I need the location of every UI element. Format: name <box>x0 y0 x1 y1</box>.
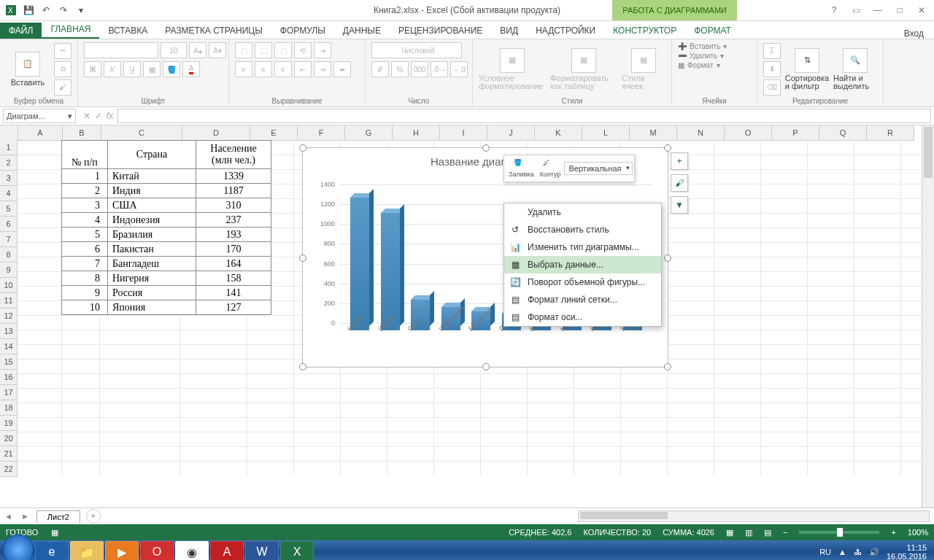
row-header[interactable]: 5 <box>0 201 18 217</box>
row-header[interactable]: 21 <box>0 446 18 462</box>
row-header[interactable]: 12 <box>0 308 18 324</box>
column-header[interactable]: I <box>440 125 487 141</box>
sheet-nav-prev[interactable]: ◄ <box>0 512 17 521</box>
column-header[interactable]: L <box>582 125 630 141</box>
tab-view[interactable]: ВИД <box>491 23 527 39</box>
column-header[interactable]: M <box>630 125 677 141</box>
row-header[interactable]: 19 <box>0 416 18 431</box>
row-header[interactable]: 1 <box>0 140 18 155</box>
paste-button[interactable]: 📋 Вставить <box>6 52 50 87</box>
column-header[interactable]: O <box>725 125 772 141</box>
context-menu-item[interactable]: ▤Формат линий сетки... <box>504 291 661 308</box>
formula-bar[interactable] <box>117 109 931 123</box>
taskbar-word-icon[interactable]: W <box>245 541 279 560</box>
column-header[interactable]: J <box>487 125 535 141</box>
fill-button[interactable]: 🪣Заливка <box>506 159 537 178</box>
tray-flag-icon[interactable]: ▲ <box>838 548 846 556</box>
maximize-icon[interactable]: □ <box>892 5 908 15</box>
row-header[interactable]: 17 <box>0 385 18 400</box>
row-header[interactable]: 7 <box>0 232 18 247</box>
delete-cells-button[interactable]: Удалить <box>690 52 717 60</box>
taskbar-pdf-icon[interactable]: A <box>210 541 244 560</box>
redo-icon[interactable]: ↷ <box>57 4 70 17</box>
tab-data[interactable]: ДАННЫЕ <box>334 23 390 39</box>
row-header[interactable]: 15 <box>0 354 18 370</box>
tab-addins[interactable]: НАДСТРОЙКИ <box>527 23 604 39</box>
chart-elements-button[interactable]: + <box>671 152 688 170</box>
format-cells-button[interactable]: Формат <box>687 61 714 69</box>
undo-icon[interactable]: ↶ <box>39 4 53 17</box>
fx-icon[interactable]: fx <box>107 111 113 121</box>
row-header[interactable]: 11 <box>0 293 18 308</box>
chart-styles-button[interactable]: 🖌 <box>671 174 688 192</box>
help-icon[interactable]: ? <box>826 5 842 15</box>
zoom-level[interactable]: 100% <box>908 528 928 537</box>
column-header[interactable]: A <box>18 125 63 141</box>
column-header[interactable]: N <box>677 125 725 141</box>
outline-button[interactable]: 🖊Контур <box>537 159 564 178</box>
column-header[interactable]: R <box>867 125 914 141</box>
tab-insert[interactable]: ВСТАВКА <box>99 23 156 39</box>
chart-bar[interactable] <box>350 198 369 330</box>
tab-home[interactable]: ГЛАВНАЯ <box>42 21 99 39</box>
taskbar-chrome-icon[interactable]: ◉ <box>175 541 209 560</box>
insert-cells-button[interactable]: Вставить <box>690 42 720 50</box>
sheet-tab[interactable]: Лист2 <box>36 510 80 523</box>
tray-network-icon[interactable]: 🖧 <box>854 548 862 556</box>
save-icon[interactable]: 💾 <box>22 4 35 17</box>
context-menu-item[interactable]: ▤Формат оси... <box>504 308 661 326</box>
column-header[interactable]: H <box>393 125 440 141</box>
column-header[interactable]: G <box>345 125 393 141</box>
find-select-button[interactable]: 🔍Найти и выделить <box>833 48 877 90</box>
view-normal-icon[interactable]: ▦ <box>726 528 733 537</box>
tab-review[interactable]: РЕЦЕНЗИРОВАНИЕ <box>390 23 491 39</box>
tab-pagelayout[interactable]: РАЗМЕТКА СТРАНИЦЫ <box>156 23 271 39</box>
zoom-slider[interactable] <box>799 531 879 534</box>
row-header[interactable]: 14 <box>0 339 18 354</box>
close-icon[interactable]: ✕ <box>914 5 930 15</box>
taskbar-ie-icon[interactable]: e <box>35 541 69 560</box>
vertical-scrollbar[interactable] <box>922 125 934 508</box>
row-header[interactable]: 8 <box>0 247 18 262</box>
row-header[interactable]: 3 <box>0 171 18 186</box>
context-menu-item[interactable]: Удалить <box>504 203 661 221</box>
tab-chart-design[interactable]: КОНСТРУКТОР <box>604 23 685 39</box>
context-menu-item[interactable]: ↺Восстановить стиль <box>504 221 661 238</box>
macro-record-icon[interactable]: ▦ <box>51 528 58 537</box>
add-sheet-button[interactable]: + <box>86 509 101 524</box>
chart-filters-button[interactable]: ▼ <box>671 196 688 214</box>
horizontal-scrollbar[interactable] <box>578 510 930 522</box>
row-header[interactable]: 16 <box>0 370 18 385</box>
row-header[interactable]: 10 <box>0 278 18 293</box>
taskbar-opera-icon[interactable]: O <box>140 541 174 560</box>
column-header[interactable]: B <box>63 125 101 141</box>
context-menu-item[interactable]: 📊Изменить тип диаграммы... <box>504 238 661 256</box>
start-button[interactable] <box>3 534 34 560</box>
tray-lang[interactable]: RU <box>819 548 831 556</box>
column-header[interactable]: D <box>182 125 250 141</box>
column-header[interactable]: K <box>535 125 582 141</box>
axis-type-dropdown[interactable]: Вертикальная <box>564 162 633 175</box>
ribbon-options-icon[interactable]: ▭ <box>848 5 864 15</box>
context-menu-item[interactable]: 🔄Поворот объемной фигуры... <box>504 273 661 291</box>
column-header[interactable]: P <box>772 125 819 141</box>
context-menu-item[interactable]: ▦Выбрать данные... <box>504 256 661 273</box>
row-header[interactable]: 22 <box>0 462 18 477</box>
tray-sound-icon[interactable]: 🔊 <box>869 548 879 557</box>
name-box[interactable]: Диаграм...▾ <box>3 109 76 123</box>
taskbar-explorer-icon[interactable]: 📁 <box>70 541 104 560</box>
row-header[interactable]: 9 <box>0 262 18 278</box>
row-header[interactable]: 2 <box>0 155 18 171</box>
tray-date[interactable]: 16.05.2016 <box>887 552 927 560</box>
signin-link[interactable]: Вход <box>904 28 924 39</box>
zoom-in-icon[interactable]: + <box>891 528 895 537</box>
sheet-nav-next[interactable]: ► <box>17 512 34 521</box>
spreadsheet-grid[interactable]: ABCDEFGHIJKLMNOPQR 123456789101112131415… <box>0 125 934 508</box>
taskbar-excel-icon[interactable]: X <box>280 541 314 560</box>
minimize-icon[interactable]: — <box>870 5 886 15</box>
sort-filter-button[interactable]: ⇅Сортировка и фильтр <box>785 48 829 90</box>
row-header[interactable]: 20 <box>0 431 18 446</box>
tab-chart-format[interactable]: ФОРМАТ <box>685 23 740 39</box>
taskbar-media-icon[interactable]: ▶ <box>105 541 139 560</box>
qat-more-icon[interactable]: ▾ <box>74 4 88 17</box>
